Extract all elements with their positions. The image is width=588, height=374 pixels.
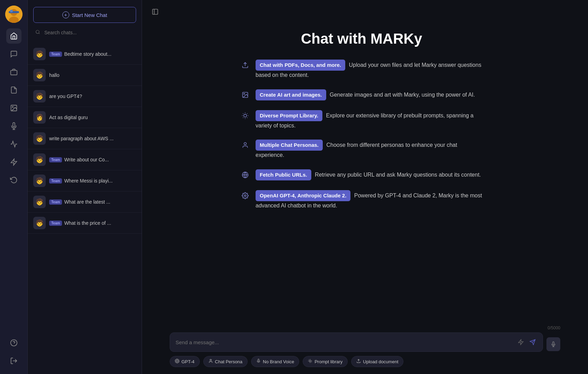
char-count: 0/5000 [170,326,560,330]
chat-item-content: Team Bedtime story about... [49,51,136,57]
main-area: Chat with MARKy Chat with PDFs, Docs, an… [142,0,588,374]
bottom-btn-no-brand-voice[interactable]: No Brand Voice [251,356,299,367]
chat-item-avatar: 🧒 [33,48,46,60]
user-avatar[interactable] [5,6,23,23]
bottom-toolbar: GPT-4 Chat Persona No Brand Voice Prompt… [170,356,560,367]
chat-list-item[interactable]: 🧒 Team Where Messi is playi... [28,170,142,192]
svg-point-20 [244,114,247,117]
input-actions [516,338,537,347]
chat-item-title: Write about our Co... [64,157,109,162]
nav-history[interactable] [6,172,21,188]
nav-microphone[interactable] [6,118,21,134]
feature-item: Create AI art and images. Generate image… [240,89,483,100]
svg-point-38 [210,359,211,361]
send-button[interactable] [528,338,537,347]
chat-item-title: are you GPT4? [49,93,82,99]
chat-item-title: What is the price of ... [64,220,111,226]
feature-item: Fetch Public URLs. Retrieve any public U… [240,169,483,180]
chat-list-item[interactable]: 👩 Act as digital guru [28,107,142,128]
chat-list-item[interactable]: 🧒 Team What are the latest ... [28,192,142,213]
feature-label: Fetch Public URLs. [256,169,311,180]
chat-item-content: are you GPT4? [49,93,136,99]
nav-chat[interactable] [6,46,21,62]
team-badge: Team [49,157,62,162]
svg-line-27 [243,117,243,118]
feature-text: OpenAI GPT-4, Anthropic Claude 2. Powere… [256,190,483,210]
nav-megaphone[interactable] [6,154,21,170]
team-badge: Team [49,221,62,226]
chat-item-avatar: 🧒 [33,69,46,81]
svg-line-42 [309,359,309,360]
main-toolbar [142,0,588,24]
gear-icon [240,191,250,201]
person-icon [240,140,250,150]
openai-icon [175,359,179,364]
nav-help[interactable] [6,335,21,350]
svg-point-39 [309,360,311,362]
nav-waveform[interactable] [6,136,21,152]
bottom-btn-upload-document[interactable]: Upload document [351,356,403,367]
svg-point-32 [244,195,246,196]
plus-circle-icon: + [62,11,69,18]
input-area: 0/5000 GPT-4 Chat Persona [142,320,588,374]
svg-line-28 [247,113,247,114]
nav-image[interactable] [6,100,21,116]
svg-point-4 [10,10,13,12]
image-icon [240,90,250,100]
globe-icon [240,170,250,180]
feature-list: Chat with PDFs, Docs, and more. Upload y… [240,60,483,210]
chat-list-item[interactable]: 🧒 hallo [28,65,142,86]
chat-item-content: Team Where Messi is playi... [49,178,136,184]
nav-logout[interactable] [6,353,21,368]
chat-list-item[interactable]: 🧒 are you GPT4? [28,86,142,107]
bottom-btn-label: Prompt library [314,359,342,364]
chat-item-avatar: 🧒 [33,90,46,103]
chat-list-item[interactable]: 🧒 Team Write about our Co... [28,149,142,170]
enhance-button[interactable] [516,338,525,347]
svg-point-7 [12,106,13,107]
new-chat-button[interactable]: + Start New Chat [33,7,136,23]
search-icon [35,30,40,36]
mic-button[interactable] [546,337,560,351]
chat-list-item[interactable]: 🧒 Team Bedtime story about... [28,44,142,65]
bottom-btn-label: No Brand Voice [263,359,294,364]
svg-line-23 [243,113,243,114]
bottom-btn-label: Chat Persona [215,359,243,364]
feature-label: Multiple Chat Personas. [256,140,323,151]
sidebar-toggle-button[interactable] [149,6,161,18]
sun-icon [308,359,312,364]
icon-sidebar [0,0,28,374]
nav-home[interactable] [6,28,21,44]
nav-document[interactable] [6,82,21,98]
team-badge: Team [49,52,62,57]
svg-point-29 [244,143,247,145]
feature-label: Diverse Prompt Library. [256,110,322,121]
nav-briefcase[interactable] [6,64,21,80]
message-input[interactable] [176,339,512,345]
bottom-btn-label: Upload document [363,359,398,364]
bottom-btn-prompt-library[interactable]: Prompt library [303,356,348,367]
feature-label: OpenAI GPT-4, Anthropic Claude 2. [256,190,350,201]
svg-point-19 [244,93,245,94]
chat-item-avatar: 👩 [33,111,46,124]
svg-rect-5 [10,70,17,75]
bottom-btn-label: GPT-4 [181,359,195,364]
search-input[interactable] [33,27,136,38]
feature-label: Create AI art and images. [256,89,326,100]
new-chat-label: Start New Chat [72,12,107,18]
chat-item-title: Act as digital guru [49,115,88,120]
feature-item: OpenAI GPT-4, Anthropic Claude 2. Powere… [240,190,483,210]
feature-text: Diverse Prompt Library. Explore our exte… [256,110,483,130]
voice-icon [256,359,261,364]
chat-list-item[interactable]: 🧒 write paragraph about AWS ... [28,128,142,149]
chat-list-item[interactable]: 🧒 Team What is the price of ... [28,213,142,234]
bottom-btn-gpt-4[interactable]: GPT-4 [170,356,200,367]
chat-item-title: Bedtime story about... [64,51,111,57]
chat-item-avatar: 🧒 [33,196,46,208]
chat-sidebar-header: + Start New Chat [28,0,142,44]
feature-label: Chat with PDFs, Docs, and more. [256,60,345,71]
bottom-btn-chat-persona[interactable]: Chat Persona [203,356,248,367]
sun-icon [240,111,250,121]
chat-sidebar: + Start New Chat 🧒 Team Bedtime story ab… [28,0,142,374]
main-content: Chat with MARKy Chat with PDFs, Docs, an… [142,24,588,320]
